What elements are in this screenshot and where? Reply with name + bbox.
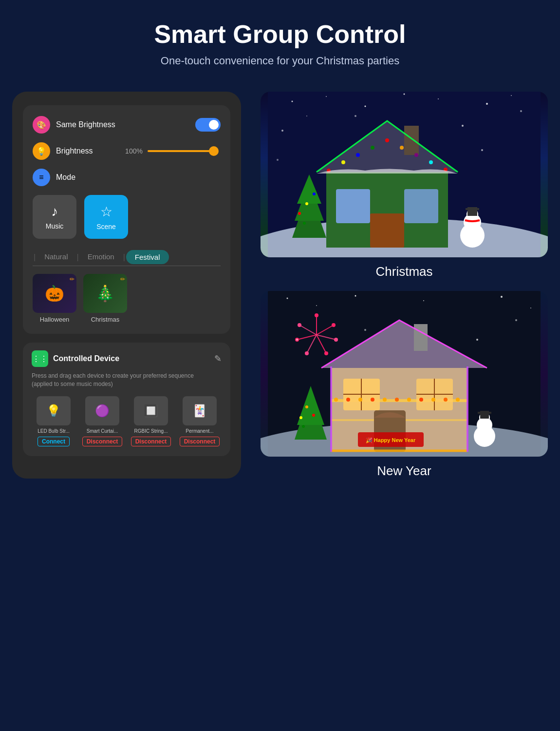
cd-edit-button[interactable]: ✎: [214, 353, 222, 364]
svg-point-3: [365, 106, 366, 107]
device-smart-curtain: 🟣 Smart Curtai... Disconnect: [80, 396, 124, 446]
festival-items: 🎃 ✏ Halloween 🎄 ✏ Christmas: [33, 274, 221, 323]
permanent-thumb: 🃏: [183, 396, 217, 425]
device-led-bulb: 💡 LED Bulb Str... Connect: [32, 396, 75, 446]
controlled-device-panel: ⋮⋮ Controlled Device ✎ Press and drag ea…: [23, 343, 230, 456]
svg-point-41: [481, 149, 483, 151]
svg-text:🎉 Happy New Year: 🎉 Happy New Year: [366, 437, 416, 443]
svg-point-44: [287, 298, 288, 299]
right-images: Christmas: [261, 92, 548, 479]
svg-point-19: [298, 212, 301, 215]
permanent-name: Permanent...: [186, 428, 213, 434]
led-bulb-status[interactable]: Connect: [37, 437, 70, 446]
christmas-label: Christmas: [91, 316, 120, 323]
svg-rect-14: [404, 189, 438, 223]
svg-point-32: [385, 138, 389, 142]
svg-point-89: [334, 398, 338, 402]
led-bulb-thumb: 💡: [37, 396, 71, 425]
same-brightness-toggle[interactable]: [195, 118, 221, 132]
led-bulb-name: LED Bulb Str...: [37, 428, 70, 434]
halloween-item[interactable]: 🎃 ✏ Halloween: [33, 274, 76, 323]
rgbic-string-thumb: 🔲: [134, 396, 168, 425]
cd-title: Controlled Device: [53, 354, 214, 363]
svg-point-6: [511, 95, 512, 96]
scene-label: Scene: [96, 223, 116, 231]
svg-point-63: [298, 323, 301, 327]
svg-point-40: [520, 110, 522, 112]
device-grid: 💡 LED Bulb Str... Connect 🟣 Smart Curtai…: [32, 396, 222, 446]
svg-point-48: [501, 296, 503, 298]
svg-point-42: [277, 159, 279, 161]
svg-rect-12: [404, 126, 419, 155]
slider-thumb: [209, 146, 219, 156]
music-icon: ♪: [51, 204, 58, 219]
mode-label: Mode: [56, 173, 221, 182]
svg-point-22: [303, 222, 306, 225]
svg-rect-15: [370, 213, 404, 248]
svg-point-35: [429, 160, 433, 164]
page-subtitle: One-touch convenience for your Christmas…: [161, 55, 399, 67]
svg-point-105: [364, 329, 366, 331]
tab-natural[interactable]: Natural: [37, 249, 75, 266]
cd-header: ⋮⋮ Controlled Device ✎: [32, 350, 222, 367]
svg-point-29: [341, 160, 345, 164]
rgbic-string-status[interactable]: Disconnect: [131, 437, 171, 446]
rgbic-string-name: RGBIC String...: [134, 428, 168, 434]
svg-point-104: [296, 339, 298, 341]
permanent-status[interactable]: Disconnect: [180, 437, 220, 446]
svg-rect-67: [414, 324, 428, 351]
same-brightness-label: Same Brightness: [56, 120, 195, 129]
page-title: Smart Group Control: [154, 19, 406, 49]
christmas-edit-badge: ✏: [120, 276, 125, 283]
svg-point-94: [395, 398, 399, 402]
scene-icon: ☆: [100, 204, 112, 220]
brightness-value: 100%: [125, 147, 143, 155]
svg-point-106: [476, 339, 478, 341]
svg-point-33: [400, 146, 404, 150]
newyear-scene-image: 🎉 Happy New Year: [261, 291, 548, 457]
svg-point-2: [326, 96, 327, 97]
svg-point-90: [346, 398, 350, 402]
christmas-card: Christmas: [261, 92, 548, 279]
tab-festival[interactable]: Festival: [126, 250, 169, 264]
tab-emotion[interactable]: Emotion: [80, 249, 122, 266]
svg-point-34: [414, 153, 418, 157]
brightness-label: Brightness: [56, 147, 125, 155]
music-mode-button[interactable]: ♪ Music: [33, 195, 76, 239]
cd-subtitle: Press and drag each device to create you…: [32, 372, 222, 388]
svg-point-39: [462, 125, 464, 127]
svg-point-7: [306, 115, 307, 116]
svg-point-82: [312, 414, 315, 417]
svg-point-8: [404, 94, 405, 95]
svg-point-37: [281, 130, 283, 132]
brightness-slider[interactable]: [148, 150, 217, 152]
svg-point-1: [292, 101, 293, 102]
svg-point-5: [486, 103, 488, 105]
smart-curtain-status[interactable]: Disconnect: [82, 437, 123, 446]
bulb-icon: 💡: [33, 142, 50, 160]
halloween-thumb: 🎃 ✏: [33, 274, 76, 313]
svg-point-92: [371, 398, 374, 402]
christmas-scene-image: [261, 92, 548, 257]
svg-point-81: [305, 405, 308, 408]
svg-point-45: [316, 305, 317, 306]
smart-curtain-name: Smart Curtai...: [87, 428, 118, 434]
svg-point-49: [530, 308, 531, 308]
svg-point-4: [438, 98, 439, 99]
svg-point-31: [371, 146, 374, 150]
svg-point-83: [302, 425, 305, 428]
svg-point-98: [444, 398, 448, 402]
device-rgbic-string: 🔲 RGBIC String... Disconnect: [129, 396, 173, 446]
mode-row: ≡ Mode: [33, 169, 221, 186]
control-panel: 🎨 Same Brightness 💡 Brightness 100% ≡ Mo…: [23, 105, 230, 334]
scene-mode-button[interactable]: ☆ Scene: [84, 195, 128, 239]
svg-point-30: [356, 153, 360, 157]
svg-point-91: [358, 398, 362, 402]
main-layout: 🎨 Same Brightness 💡 Brightness 100% ≡ Mo…: [12, 92, 548, 479]
svg-point-59: [334, 338, 338, 342]
christmas-item[interactable]: 🎄 ✏ Christmas: [83, 274, 127, 323]
svg-point-93: [383, 398, 387, 402]
newyear-scene-label: New Year: [377, 463, 431, 479]
newyear-svg: 🎉 Happy New Year: [261, 291, 548, 457]
halloween-label: Halloween: [40, 316, 70, 323]
